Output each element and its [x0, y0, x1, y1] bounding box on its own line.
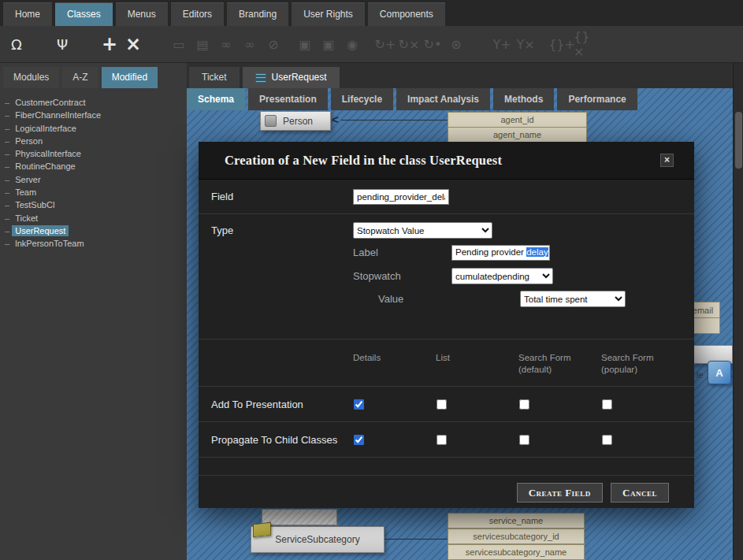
create-field-button[interactable]: Create Field [517, 483, 603, 503]
delete-class-icon[interactable]: × [121, 30, 145, 58]
paste-fields-icon[interactable]: ▣ [317, 30, 340, 58]
rename-field-icon[interactable]: ▭ [167, 30, 191, 58]
type-select[interactable]: Stopwatch Value [353, 222, 492, 239]
sidebar-tab-modules[interactable]: Modules [3, 67, 59, 88]
column-header-search-popular: Search Form(popular) [601, 352, 678, 376]
column-header-details: Details [353, 352, 430, 364]
add-relation-icon[interactable]: ∞ [214, 30, 238, 58]
class-list-item[interactable]: TestSubCl [5, 198, 187, 211]
dialog-footer: Create Field Cancel [199, 475, 694, 509]
presentation-list-checkbox[interactable] [437, 399, 447, 410]
nav-tab-branding[interactable]: Branding [227, 2, 288, 26]
presentation-search-default-checkbox[interactable] [519, 399, 529, 410]
add-state-icon[interactable]: ↻+ [373, 30, 397, 58]
doc-tab-ticket[interactable]: Ticket [189, 67, 240, 88]
class-sidebar: Modules A-Z Modified CustomerContract Fi… [0, 63, 187, 560]
field-row-servicesubcategory-id[interactable]: servicesubcategory_id [448, 528, 585, 544]
model-tool-icon[interactable]: Ω [5, 30, 28, 58]
field-row-agent-name[interactable]: agent_name [448, 127, 587, 143]
dialog-header: Creation of a New Field in the class Use… [199, 142, 694, 180]
tab-methods[interactable]: Methods [493, 88, 554, 110]
edit-field-icon[interactable]: ▤ [191, 30, 214, 58]
compare-scales-icon[interactable]: Ψ [50, 30, 74, 58]
delete-method-icon[interactable]: {}× [574, 30, 597, 58]
entity-fragment-bottom[interactable] [262, 509, 337, 525]
remove-relation-icon[interactable]: ⊘ [262, 30, 285, 58]
attribute-badge-icon[interactable]: A [708, 361, 731, 384]
class-list-item[interactable]: LogicalInterface [5, 122, 187, 135]
edit-relation-icon[interactable]: ∞ [238, 30, 262, 58]
class-list-item[interactable]: lnkPersonToTeam [5, 237, 187, 250]
tab-schema[interactable]: Schema [187, 88, 245, 110]
sidebar-tab-modified[interactable]: Modified [102, 67, 158, 88]
new-field-dialog: Creation of a New Field in the class Use… [199, 142, 694, 508]
tab-presentation[interactable]: Presentation [248, 88, 328, 110]
tab-lifecycle[interactable]: Lifecycle [331, 88, 393, 110]
propagate-row: Propagate To Child Classes [199, 422, 694, 458]
class-list-item[interactable]: Person [5, 135, 187, 147]
delete-state-icon[interactable]: ↻× [397, 30, 421, 58]
nav-tab-home[interactable]: Home [3, 2, 52, 26]
class-list-item[interactable]: Team [5, 186, 187, 198]
field-row-servicesubcategory-name[interactable]: servicesubcategory_name [448, 544, 585, 560]
class-list: CustomerContract FiberChannelInterface L… [0, 88, 187, 250]
presentation-details-checkbox[interactable] [354, 399, 364, 410]
propagate-search-default-checkbox[interactable] [519, 435, 529, 445]
propagate-list-checkbox[interactable] [437, 435, 447, 445]
cancel-button[interactable]: Cancel [611, 483, 669, 503]
add-class-icon[interactable]: + [98, 30, 121, 58]
copy-fields-icon[interactable]: ▣ [293, 30, 317, 58]
label-input[interactable]: Pending provider delay [451, 245, 550, 261]
nav-tab-editors[interactable]: Editors [171, 2, 224, 26]
class-list-item[interactable]: CustomerContract [5, 96, 187, 109]
class-list-item[interactable]: PhysicalInterface [5, 147, 187, 160]
class-list-item[interactable]: Server [5, 173, 187, 186]
selected-text: delay [526, 247, 548, 257]
class-cube-icon [253, 522, 271, 537]
vertical-scrollbar[interactable] [733, 63, 743, 560]
toolbar: Ω Ψ + × ▭ ▤ ∞ ∞ ⊘ ▣ ▣ ◉ ↻+ ↻× ↻• ⊛ Y+ [0, 26, 743, 63]
person-icon [265, 115, 277, 127]
nav-tab-components[interactable]: Components [368, 2, 445, 26]
presentation-columns-row: Details List Search Form(default) Search… [199, 339, 694, 387]
add-to-presentation-row: Add To Presentation [199, 387, 694, 422]
sidebar-tab-az[interactable]: A-Z [62, 67, 98, 88]
field-row-agent-id[interactable]: agent_id [448, 112, 587, 128]
nav-tab-menus[interactable]: Menus [116, 2, 168, 26]
add-branch-icon[interactable]: Y+ [490, 30, 514, 58]
close-icon[interactable]: × [660, 154, 674, 167]
preview-icon[interactable]: ◉ [340, 30, 364, 58]
class-list-item-selected[interactable]: UserRequest [5, 224, 187, 237]
class-list-item[interactable]: RoutineChange [5, 160, 187, 172]
doc-tab-userrequest[interactable]: UserRequest [243, 67, 340, 88]
class-list-item[interactable]: FiberChannelInterface [5, 109, 187, 121]
field-name-label: Field [211, 191, 233, 202]
delete-branch-icon[interactable]: Y× [514, 30, 537, 58]
propagate-search-popular-checkbox[interactable] [602, 435, 612, 445]
class-icon [255, 73, 266, 83]
add-method-icon[interactable]: {}+ [550, 30, 574, 58]
field-name-input[interactable] [353, 189, 449, 205]
top-nav: Home Classes Menus Editors Branding User… [0, 0, 743, 26]
class-subtabs: Schema Presentation Lifecycle Impact Ana… [187, 88, 641, 110]
stopwatch-label: Stopwatch [353, 270, 401, 282]
relation-line [341, 120, 448, 121]
stimulus-icon[interactable]: ⊛ [444, 30, 468, 58]
scrollbar-thumb[interactable] [735, 112, 742, 169]
add-to-presentation-label: Add To Presentation [211, 399, 303, 410]
document-tab-bar: Ticket UserRequest [187, 63, 743, 88]
tab-performance[interactable]: Performance [557, 88, 637, 110]
transition-icon[interactable]: ↻• [421, 30, 444, 58]
class-list-item[interactable]: Ticket [5, 212, 187, 224]
entity-person[interactable]: Person [260, 111, 331, 131]
propagate-details-checkbox[interactable] [354, 435, 364, 445]
stopwatch-select[interactable]: cumulatedpending [451, 268, 553, 284]
presentation-search-popular-checkbox[interactable] [602, 399, 612, 410]
field-row-service-name[interactable]: service_name [448, 513, 585, 528]
nav-tab-classes[interactable]: Classes [55, 2, 113, 26]
value-select[interactable]: Total time spent [520, 291, 626, 307]
nav-tab-user-rights[interactable]: User Rights [292, 2, 365, 26]
tab-impact-analysis[interactable]: Impact Analysis [396, 88, 490, 110]
propagate-label: Propagate To Child Classes [211, 434, 337, 446]
dialog-title: Creation of a New Field in the class Use… [225, 142, 502, 179]
